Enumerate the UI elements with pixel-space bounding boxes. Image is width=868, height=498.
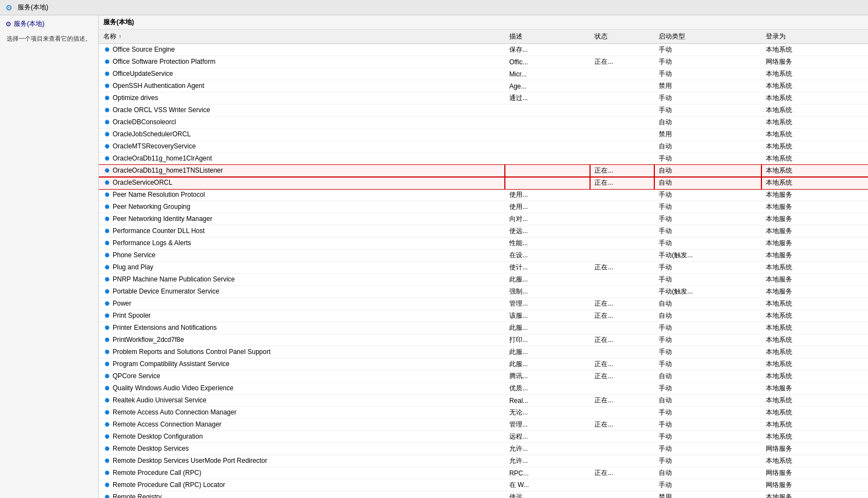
service-login-cell: 网络服务	[761, 56, 868, 68]
service-desc-cell	[505, 153, 591, 165]
services-table: 名称 ↑ 描述 状态 启动类型	[99, 30, 868, 498]
service-login-cell: 本地系统	[761, 129, 868, 141]
service-icon	[103, 433, 111, 441]
service-status-cell	[590, 189, 654, 201]
service-desc-cell: 打印...	[505, 334, 591, 346]
table-row[interactable]: OracleOraDb11g_home1TNSListener正在...自动本地…	[99, 165, 868, 177]
service-status-cell	[590, 44, 654, 56]
sidebar-description: 选择一个项目来查看它的描述。	[2, 30, 96, 47]
table-row[interactable]: Remote Procedure Call (RPC) Locator在 W..…	[99, 479, 868, 491]
table-row[interactable]: Remote Registry使远...禁用本地服务	[99, 491, 868, 499]
service-status-cell	[590, 213, 654, 225]
service-desc-cell: 保存...	[505, 44, 591, 56]
service-icon	[103, 240, 111, 247]
table-row[interactable]: Remote Access Auto Connection Manager无论.…	[99, 407, 868, 419]
table-row[interactable]: OracleJobSchedulerORCL禁用本地系统	[99, 129, 868, 141]
service-icon	[103, 215, 111, 223]
service-startup-cell: 手动	[654, 419, 761, 431]
table-row[interactable]: Remote Procedure Call (RPC)RPC...正在...自动…	[99, 467, 868, 479]
sidebar-item-services[interactable]: ⚙ 服务(本地)	[2, 18, 96, 30]
service-login-cell: 本地服务	[761, 189, 868, 201]
table-row[interactable]: Problem Reports and Solutions Control Pa…	[99, 346, 868, 358]
service-startup-cell: 自动	[654, 177, 761, 189]
service-startup-cell: 禁用	[654, 129, 761, 141]
table-row[interactable]: Optimize drives通过...手动本地系统	[99, 92, 868, 104]
table-row[interactable]: Program Compatibility Assistant Service此…	[99, 358, 868, 370]
right-panel[interactable]: 名称 ↑ 描述 状态 启动类型	[99, 30, 868, 498]
service-status-cell	[590, 443, 654, 455]
service-desc-cell: 腾讯...	[505, 370, 591, 383]
service-name-cell: Printer Extensions and Notifications	[99, 322, 505, 334]
table-row[interactable]: Printer Extensions and Notifications此服..…	[99, 322, 868, 334]
service-status-cell: 正在...	[590, 467, 654, 479]
sidebar: ⚙ 服务(本地) 选择一个项目来查看它的描述。	[0, 15, 99, 498]
service-name-cell: PNRP Machine Name Publication Service	[99, 274, 505, 286]
service-status-cell: 正在...	[590, 334, 654, 346]
service-icon	[103, 300, 111, 308]
table-row[interactable]: Phone Service在设...手动(触发...本地服务	[99, 250, 868, 262]
service-icon	[103, 482, 111, 489]
table-row[interactable]: Remote Desktop Services允许...手动网络服务	[99, 443, 868, 455]
service-name-cell: OfficeUpdateService	[99, 68, 505, 80]
table-row[interactable]: PrintWorkflow_2dcd7f8e打印...正在...手动本地系统	[99, 334, 868, 346]
table-row[interactable]: Plug and Play使计...正在...手动本地系统	[99, 262, 868, 274]
service-name-cell: Remote Desktop Services UserMode Port Re…	[99, 455, 505, 467]
table-row[interactable]: Office Software Protection PlatformOffic…	[99, 56, 868, 68]
table-row[interactable]: Power管理...正在...自动本地系统	[99, 298, 868, 310]
col-header-login[interactable]: 登录为	[761, 30, 868, 44]
table-row[interactable]: Remote Desktop Services UserMode Port Re…	[99, 455, 868, 467]
table-row[interactable]: Remote Desktop Configuration远程...手动本地系统	[99, 431, 868, 443]
service-icon	[103, 119, 111, 126]
service-status-cell	[590, 92, 654, 104]
service-startup-cell: 手动	[654, 455, 761, 467]
table-row[interactable]: Peer Networking Identity Manager向对...手动本…	[99, 213, 868, 225]
col-header-name[interactable]: 名称 ↑	[99, 30, 505, 44]
table-row[interactable]: OracleDBConsoleorcl自动本地系统	[99, 117, 868, 129]
service-login-cell: 本地服务	[761, 286, 868, 298]
service-desc-cell: Real...	[505, 395, 591, 407]
table-row[interactable]: Portable Device Enumerator Service强制...手…	[99, 286, 868, 298]
service-login-cell: 本地服务	[761, 201, 868, 213]
service-desc-cell: 通过...	[505, 92, 591, 104]
service-startup-cell: 手动	[654, 346, 761, 358]
service-desc-cell: 远程...	[505, 431, 591, 443]
service-login-cell: 本地系统	[761, 177, 868, 189]
service-desc-cell: Micr...	[505, 68, 591, 80]
table-row[interactable]: OracleMTSRecoveryService自动本地系统	[99, 141, 868, 153]
col-header-status[interactable]: 状态	[590, 30, 654, 44]
service-startup-cell: 手动	[654, 479, 761, 491]
service-startup-cell: 手动	[654, 322, 761, 334]
table-row[interactable]: QPCore Service腾讯...正在...自动本地系统	[99, 370, 868, 383]
service-startup-cell: 手动	[654, 44, 761, 56]
table-row[interactable]: Realtek Audio Universal ServiceReal...正在…	[99, 395, 868, 407]
service-name-cell: OracleDBConsoleorcl	[99, 117, 505, 129]
service-desc-cell: 使远...	[505, 491, 591, 499]
table-row[interactable]: OpenSSH Authentication AgentAge...禁用本地系统	[99, 80, 868, 92]
service-icon	[103, 264, 111, 272]
table-row[interactable]: PNRP Machine Name Publication Service此服.…	[99, 274, 868, 286]
col-header-startup[interactable]: 启动类型	[654, 30, 761, 44]
table-row[interactable]: Remote Access Connection Manager管理...正在.…	[99, 419, 868, 431]
table-row[interactable]: Peer Name Resolution Protocol使用...手动本地服务	[99, 189, 868, 201]
service-startup-cell: 手动	[654, 383, 761, 395]
table-row[interactable]: Peer Networking Grouping使用...手动本地服务	[99, 201, 868, 213]
service-login-cell: 本地系统	[761, 153, 868, 165]
table-row[interactable]: OfficeUpdateServiceMicr...手动本地系统	[99, 68, 868, 80]
table-row[interactable]: Print Spooler该服...正在...自动本地系统	[99, 310, 868, 322]
table-row[interactable]: Office Source Engine保存...手动本地系统	[99, 44, 868, 56]
service-icon	[103, 445, 111, 453]
table-row[interactable]: OracleServiceORCL正在...自动本地系统	[99, 177, 868, 189]
col-header-desc[interactable]: 描述	[505, 30, 591, 44]
service-icon	[103, 312, 111, 320]
table-row[interactable]: OracleOraDb11g_home1ClrAgent手动本地系统	[99, 153, 868, 165]
services-panel: 名称 ↑ 描述 状态 启动类型	[99, 30, 868, 498]
table-row[interactable]: Quality Windows Audio Video Experience优质…	[99, 383, 868, 395]
table-row[interactable]: Performance Logs & Alerts性能...手动本地服务	[99, 237, 868, 250]
table-row[interactable]: Performance Counter DLL Host使远...手动本地服务	[99, 225, 868, 237]
service-login-cell: 本地系统	[761, 92, 868, 104]
table-row[interactable]: Oracle ORCL VSS Writer Service手动本地系统	[99, 104, 868, 117]
service-icon	[103, 155, 111, 163]
service-login-cell: 本地系统	[761, 298, 868, 310]
service-icon	[103, 131, 111, 139]
service-login-cell: 本地系统	[761, 165, 868, 177]
